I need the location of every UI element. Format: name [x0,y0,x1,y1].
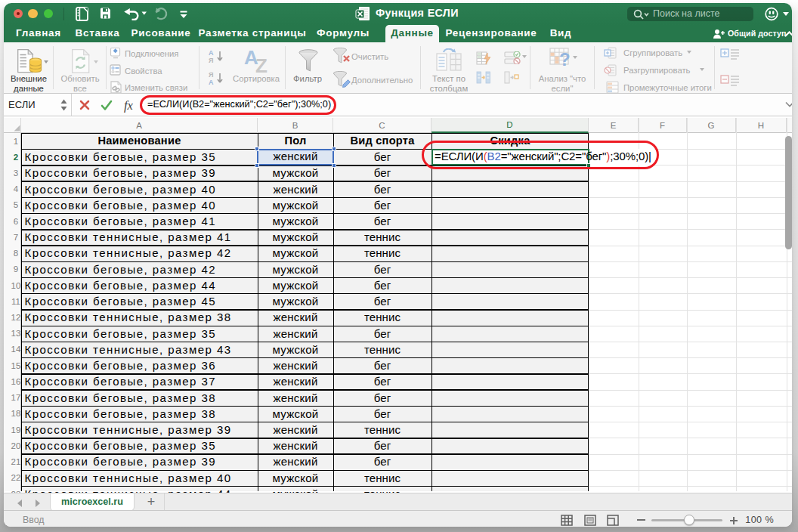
svg-text:fx: fx [124,98,134,113]
svg-text:А: А [209,49,214,57]
svg-text:Z: Z [255,54,268,73]
svg-text:А: А [209,79,214,86]
svg-text:Я: Я [209,71,213,79]
svg-text:?: ? [559,49,571,69]
svg-text:Я: Я [209,57,213,64]
